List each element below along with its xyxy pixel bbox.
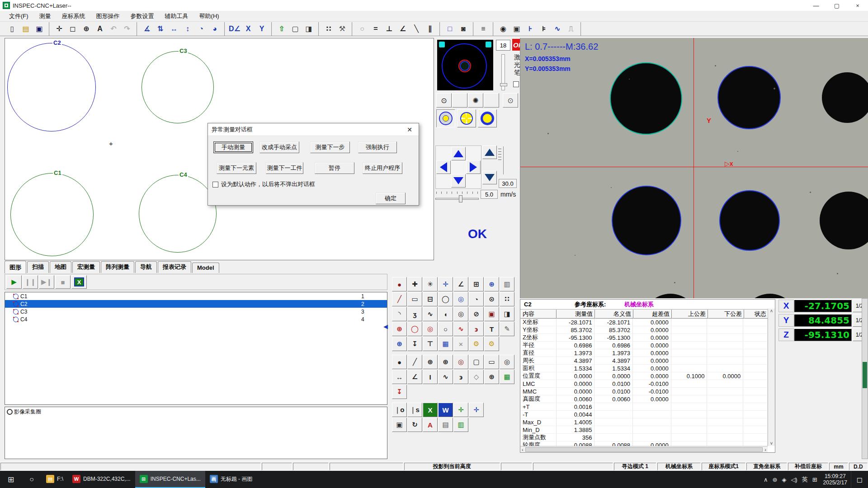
- toolbar-icon[interactable]: ▣: [510, 23, 524, 35]
- toolbar-icon[interactable]: ⊧: [537, 23, 551, 35]
- hscroll-thumb[interactable]: [525, 447, 763, 452]
- tool-icon-button[interactable]: ∿: [423, 307, 438, 321]
- tool-icon-button[interactable]: ∠: [407, 370, 422, 384]
- tool-icon-button[interactable]: T: [484, 322, 499, 336]
- measured-circle[interactable]: [7, 43, 96, 131]
- jog-right-button[interactable]: [466, 160, 481, 174]
- toolbar-icon[interactable]: ⊦: [524, 23, 537, 35]
- dialog-button-强制执行[interactable]: 强制执行: [358, 141, 397, 153]
- tab-报表记录[interactable]: 报表记录: [158, 261, 191, 273]
- toolbar-icon[interactable]: ∷: [322, 23, 335, 35]
- measured-circle[interactable]: [139, 175, 217, 253]
- toolbar-icon[interactable]: ∡: [140, 23, 154, 35]
- taskbar-app[interactable]: ▤F:\: [42, 471, 68, 488]
- taskbar-app[interactable]: ⊞INSPEC-CNC+Las...: [135, 471, 205, 488]
- list-item-C1[interactable]: C11: [5, 292, 387, 300]
- tool-icon-button[interactable]: ●: [392, 277, 407, 291]
- tool-icon-button[interactable]: ❘o: [392, 403, 407, 417]
- table-row[interactable]: 位置度0.00000.00000.00000.10000.0000: [520, 372, 768, 380]
- tool-icon-button[interactable]: ▤: [438, 418, 453, 432]
- toolbar-icon[interactable]: ∠: [396, 23, 410, 35]
- jog-down-button[interactable]: [451, 174, 466, 188]
- tool-icon-button[interactable]: ▦: [438, 337, 453, 351]
- tool-icon-button[interactable]: ◖: [438, 307, 453, 321]
- toolbar-icon[interactable]: ⊥: [382, 23, 396, 35]
- tool-icon-button[interactable]: ╱: [407, 355, 422, 369]
- light-level-input[interactable]: 18: [496, 40, 510, 51]
- tool-icon-button[interactable]: ∠: [453, 277, 468, 291]
- toolbar-icon[interactable]: ◕: [208, 23, 222, 35]
- table-row[interactable]: 半径0.69860.69860.0000: [520, 342, 768, 349]
- xy-speed-slider[interactable]: [435, 192, 479, 202]
- tool-icon-button[interactable]: W: [438, 403, 453, 417]
- ring-light-button-3[interactable]: [478, 109, 497, 127]
- tray-icon[interactable]: ⊚: [770, 476, 779, 483]
- close-button[interactable]: ×: [847, 0, 868, 11]
- tool-icon-button[interactable]: ⊕: [392, 337, 407, 351]
- axis-label-Z[interactable]: Z: [778, 328, 794, 341]
- menu-item[interactable]: 座标系统: [57, 11, 91, 22]
- tab-扫描[interactable]: 扫描: [27, 261, 49, 273]
- toolbar-icon[interactable]: X: [241, 23, 255, 35]
- tool-icon-button[interactable]: ◔: [469, 292, 484, 306]
- tool-icon-button[interactable]: ϶: [453, 370, 468, 384]
- tool-icon-button[interactable]: ▭: [407, 292, 422, 306]
- taskbar-app[interactable]: WDBM-322C,432C,...: [68, 471, 135, 488]
- jog-z-up-button[interactable]: [482, 145, 497, 159]
- dialog-button-终止用户程序[interactable]: 终止用户程序: [363, 162, 402, 174]
- element-list[interactable]: ◀ C11C22C33C44: [5, 292, 387, 405]
- table-body[interactable]: X坐标-28.1071-28.10710.0000Y坐标85.370285.37…: [520, 319, 768, 446]
- jog-z-down-button[interactable]: [482, 171, 497, 184]
- tool-icon-button[interactable]: ×: [453, 337, 468, 351]
- checkbox-box[interactable]: [212, 182, 218, 188]
- table-row[interactable]: 周长4.38974.38970.0000: [520, 357, 768, 365]
- tab-Model[interactable]: Model: [192, 263, 219, 273]
- table-row[interactable]: X坐标-28.1071-28.10710.0000: [520, 319, 768, 326]
- toolbar-icon[interactable]: ↷: [120, 23, 134, 35]
- table-horizontal-scrollbar[interactable]: ‹ ›: [520, 446, 768, 452]
- table-row[interactable]: -T0.0044: [520, 411, 768, 418]
- tool-icon-button[interactable]: ◇: [469, 370, 484, 384]
- menu-item[interactable]: 图形操作: [91, 11, 125, 22]
- tool-icon-button[interactable]: ▥: [500, 277, 514, 291]
- tray-icon[interactable]: ⊞: [810, 476, 820, 483]
- column-header-测量值[interactable]: 测量值: [557, 310, 595, 319]
- start-button[interactable]: ⊞: [0, 471, 22, 488]
- toolbar-icon[interactable]: ◉: [496, 23, 510, 35]
- light-mode-button-4[interactable]: [484, 93, 499, 108]
- tool-icon-button[interactable]: ⊕: [423, 355, 438, 369]
- tool-icon-button[interactable]: ⊕: [438, 355, 453, 369]
- tool-icon-button[interactable]: ▭: [484, 355, 499, 369]
- light-mode-button-5[interactable]: ⊙: [503, 93, 518, 108]
- tool-icon-button[interactable]: ↧: [392, 385, 407, 399]
- table-row[interactable]: Y坐标85.370285.37020.0000: [520, 326, 768, 334]
- tool-icon-button[interactable]: ✛: [438, 277, 453, 291]
- tab-导航[interactable]: 导航: [135, 261, 157, 273]
- toolbar-icon[interactable]: ↕: [181, 23, 194, 35]
- table-vertical-scrollbar[interactable]: ˄ ˅: [768, 309, 775, 446]
- list-item-C3[interactable]: C33: [5, 308, 387, 315]
- camera-live-view[interactable]: L: 0.7------M:36.62 X=0.005353mm Y=0.005…: [520, 38, 868, 298]
- toolbar-icon[interactable]: ▯: [5, 23, 19, 35]
- xy-speed-value[interactable]: 5.0: [481, 190, 498, 199]
- toolbar-icon[interactable]: ∥: [423, 23, 437, 35]
- light-mode-button-1[interactable]: ⊙: [436, 93, 452, 108]
- z-speed-value[interactable]: 30.0: [499, 179, 517, 188]
- tool-icon-button[interactable]: ✛: [453, 403, 468, 417]
- toolbar-icon[interactable]: ≡: [476, 23, 490, 35]
- light-slider[interactable]: [501, 54, 505, 90]
- column-header-下公差[interactable]: 下公差: [708, 310, 744, 319]
- table-row[interactable]: 面积1.53341.53340.0000: [520, 365, 768, 372]
- splitter-arrow-icon[interactable]: ◀: [383, 323, 388, 330]
- tool-icon-button[interactable]: ◨: [500, 307, 514, 321]
- axis-label-X[interactable]: X: [778, 300, 794, 312]
- tool-icon-button[interactable]: ▥: [453, 418, 468, 432]
- table-row[interactable]: 测量点数356: [520, 434, 768, 441]
- tool-icon-button[interactable]: ▢: [469, 355, 484, 369]
- column-header-状态[interactable]: 状态: [744, 310, 769, 319]
- tool-icon-button[interactable]: ⊞: [469, 277, 484, 291]
- tool-icon-button[interactable]: ○: [438, 322, 453, 336]
- tab-宏测量[interactable]: 宏测量: [72, 261, 100, 273]
- tool-icon-button[interactable]: ⊤: [423, 337, 438, 351]
- toolbar-icon[interactable]: ◙: [457, 23, 470, 35]
